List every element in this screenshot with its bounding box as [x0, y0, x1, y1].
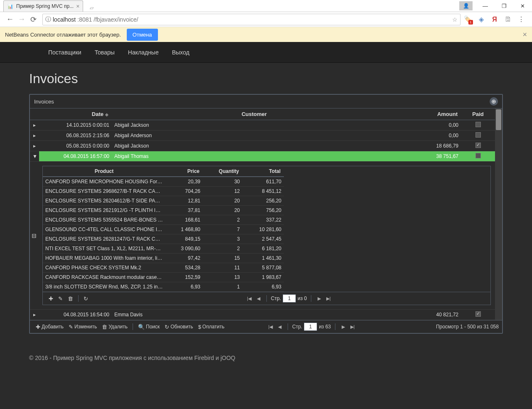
table-row[interactable]: ▸04.08.2015 16:54:00Emma Davis40 821,72: [30, 310, 495, 320]
table-row[interactable]: ▸05.08.2015 0:00:00Abigail Jackson18 686…: [30, 141, 495, 151]
sub-refresh-button[interactable]: ↻: [81, 295, 91, 303]
cell-paid: [461, 131, 495, 141]
close-window-button[interactable]: ✕: [513, 0, 532, 12]
search-button[interactable]: 🔍Поиск: [135, 323, 162, 331]
first-page-icon[interactable]: |◀: [246, 295, 253, 302]
sub-page-input[interactable]: [283, 294, 296, 303]
subgrid-data-row[interactable]: 3/8 inch SLOTTED SCREW Rnd, MS, ZCP, 1.2…: [43, 282, 284, 292]
cell-amount: 0,00: [397, 131, 461, 141]
edit-icon: ✎: [69, 324, 73, 330]
back-button[interactable]: ←: [4, 14, 16, 25]
sub-header-total[interactable]: Total: [242, 166, 284, 177]
sub-header-qty[interactable]: Quantity: [203, 166, 242, 177]
subgrid-data-row[interactable]: ENCLOSURE SYSTEMS 26281247/G-T RACK CABI…: [43, 234, 284, 244]
last-page-icon[interactable]: ▶|: [325, 295, 332, 302]
extension-icon[interactable]: 🏷️: [464, 15, 472, 24]
trash-icon: 🗑: [102, 324, 107, 330]
url-host: localhost: [53, 16, 76, 23]
cell-product: HOFBAUER MEGABAG 1000 With foam interior…: [43, 254, 165, 263]
cell-total: 256,20: [242, 196, 284, 206]
header-amount[interactable]: Amount: [397, 108, 461, 120]
nav-suppliers[interactable]: Поставщики: [42, 42, 88, 63]
header-paid[interactable]: Paid: [461, 108, 495, 120]
collapse-icon[interactable]: ⊕: [490, 97, 498, 106]
prev-page-icon[interactable]: ◀: [255, 295, 262, 302]
browser-tab[interactable]: 📊 Пример Spring MVC пр... ×: [3, 0, 83, 12]
table-row[interactable]: ▸14.10.2015 0:00:01Abigail Jackson0,00: [30, 120, 495, 131]
subgrid-data-row[interactable]: HOFBAUER MEGABAG 1000 With foam interior…: [43, 254, 284, 263]
expand-toggle[interactable]: ▼: [30, 151, 39, 162]
nav-products[interactable]: Товары: [88, 42, 121, 63]
cube-icon[interactable]: ◈: [477, 15, 485, 24]
subgrid-data-row[interactable]: ENCLOSURE SYSTEMS 5355524 BARE-BONES RAC…: [43, 215, 284, 225]
grid-scrollbar[interactable]: [495, 108, 502, 320]
subgrid-data-row[interactable]: ENCLOSURE SYSTEMS 26204612/B-T SIDE PANE…: [43, 196, 284, 206]
expand-toggle[interactable]: ▸: [30, 141, 39, 151]
minimize-button[interactable]: —: [476, 0, 495, 12]
pdf-icon[interactable]: 🖺: [504, 15, 512, 24]
star-icon[interactable]: ☆: [452, 16, 458, 23]
subgrid-data-row[interactable]: CANFORD SPARE MICROPHONE HOUSING For DMH…: [43, 177, 284, 187]
page-input[interactable]: [304, 323, 317, 331]
checkbox-icon: [475, 132, 481, 138]
user-icon[interactable]: 👤: [459, 1, 473, 10]
expand-toggle[interactable]: ▸: [30, 131, 39, 141]
last-page-icon[interactable]: ▶|: [349, 323, 356, 330]
subgrid-data-row[interactable]: NTI EXCEL TEST SET Class 1, XL2, M2211, …: [43, 244, 284, 254]
sub-header-product[interactable]: Product: [43, 166, 165, 177]
cell-price: 1 468,80: [165, 225, 203, 234]
next-page-icon[interactable]: ▶: [340, 323, 347, 330]
subgrid-data-row[interactable]: ENCLOSURE SYSTEMS 2621912/G -T PLINTH IN…: [43, 206, 284, 215]
cell-date: 14.10.2015 0:00:01: [39, 120, 112, 131]
netbeans-message: NetBeans Connector отлаживает этот брауз…: [5, 32, 121, 38]
cell-qty: 12: [203, 187, 242, 196]
refresh-button[interactable]: ↻Обновить: [162, 323, 195, 331]
menu-icon[interactable]: ⋮: [517, 15, 525, 24]
header-customer[interactable]: Customer: [112, 108, 397, 120]
close-icon[interactable]: ×: [522, 30, 527, 39]
sub-delete-button[interactable]: 🗑: [65, 295, 76, 303]
cell-product: CANFORD SPARE MICROPHONE HOUSING For DMH…: [43, 177, 165, 187]
prev-page-icon[interactable]: ◀: [276, 323, 283, 330]
cancel-button[interactable]: Отмена: [127, 29, 158, 41]
sub-add-button[interactable]: ✚: [46, 295, 56, 303]
nav-logout[interactable]: Выход: [165, 42, 196, 63]
edit-button[interactable]: ✎Изменить: [66, 323, 99, 331]
table-row[interactable]: ▼04.08.2015 16:57:00Abigail Thomas38 751…: [30, 151, 495, 162]
pay-button[interactable]: $Оплатить: [196, 323, 227, 331]
sub-edit-button[interactable]: ✎: [56, 295, 65, 303]
add-button[interactable]: ✚Добавить: [33, 323, 66, 331]
cell-total: 1 461,30: [242, 254, 284, 263]
first-page-icon[interactable]: |◀: [267, 323, 274, 330]
subgrid-data-row[interactable]: CANFORD RACKCASE Rackmount modular case,…: [43, 273, 284, 282]
new-tab-button[interactable]: ▱: [86, 4, 96, 12]
cell-price: 704,26: [165, 187, 203, 196]
maximize-button[interactable]: ❐: [495, 0, 513, 12]
expand-toggle[interactable]: ▸: [30, 310, 39, 320]
cell-paid: [461, 151, 495, 162]
cell-date: 06.08.2015 2:15:06: [39, 131, 112, 141]
subgrid-data-row[interactable]: CANFORD PHASE CHECK SYSTEM Mk.2534,28115…: [43, 263, 284, 273]
url-input[interactable]: ⓘ localhost:8081/fbjavaex/invoice/ ☆: [42, 14, 461, 25]
yandex-icon[interactable]: Я: [490, 15, 499, 24]
sub-header-price[interactable]: Price: [165, 166, 203, 177]
header-date[interactable]: Date◆: [39, 108, 112, 120]
delete-button[interactable]: 🗑Удалить: [99, 323, 130, 331]
scroll-thumb[interactable]: [496, 109, 501, 130]
close-icon[interactable]: ×: [76, 3, 79, 10]
subgrid-row: ⊟ProductPriceQuantityTotalCANFORD SPARE …: [30, 162, 495, 310]
invoice-table: Date◆ Customer Amount Paid ▸14.10.2015 0…: [30, 108, 495, 320]
subgrid-data-row[interactable]: GLENSOUND CC-4TEL CALL CLASSIC PHONE IN …: [43, 225, 284, 234]
cell-qty: 2: [203, 244, 242, 254]
forward-button[interactable]: →: [16, 14, 27, 25]
info-icon[interactable]: ⓘ: [45, 16, 51, 23]
cell-amount: 38 751,67: [397, 151, 461, 162]
subgrid-data-row[interactable]: ENCLOSURE SYSTEMS 2968627/B-T RACK CABIN…: [43, 187, 284, 196]
table-row[interactable]: ▸06.08.2015 2:15:06Abigail Anderson0,00: [30, 131, 495, 141]
nav-invoices[interactable]: Накладные: [121, 42, 165, 63]
cell-qty: 11: [203, 263, 242, 273]
expand-toggle[interactable]: ▸: [30, 120, 39, 131]
reload-button[interactable]: ⟳: [27, 14, 39, 25]
search-icon: 🔍: [138, 324, 145, 330]
next-page-icon[interactable]: ▶: [315, 295, 323, 302]
